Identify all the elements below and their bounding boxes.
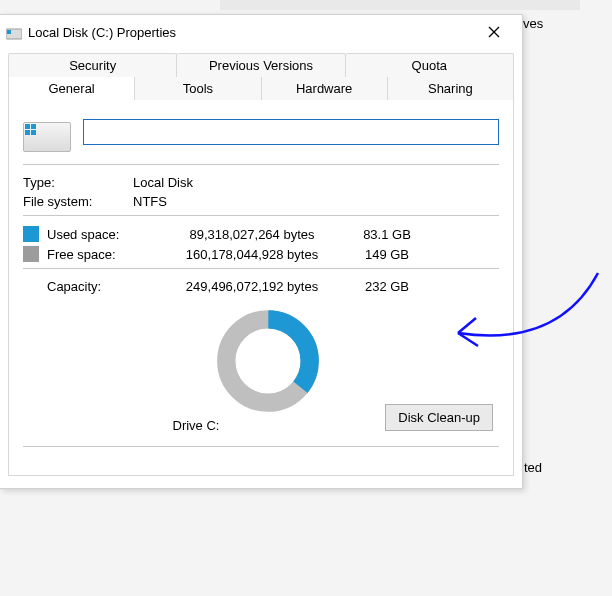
tab-strip: Security Previous Versions Quota General…	[8, 53, 514, 100]
titlebar[interactable]: Local Disk (C:) Properties	[0, 15, 522, 49]
close-icon	[488, 26, 500, 38]
background-text-fragment: ted	[524, 460, 542, 475]
background-text-fragment: ves	[523, 16, 543, 31]
svg-rect-6	[25, 130, 30, 135]
tab-hardware[interactable]: Hardware	[262, 77, 388, 100]
used-space-label: Used space:	[47, 227, 157, 242]
windows-badge-icon	[25, 124, 37, 136]
disk-cleanup-button[interactable]: Disk Clean-up	[385, 404, 493, 431]
disk-usage-donut-chart	[213, 306, 323, 416]
svg-rect-4	[25, 124, 30, 129]
drive-icon	[6, 24, 22, 40]
drive-label-input[interactable]	[83, 119, 499, 145]
free-space-bytes: 160,178,044,928 bytes	[157, 247, 347, 262]
capacity-gb: 232 GB	[347, 279, 427, 294]
drive-large-icon	[23, 114, 69, 150]
svg-rect-7	[31, 130, 36, 135]
svg-rect-1	[7, 30, 11, 34]
used-space-gb: 83.1 GB	[347, 227, 427, 242]
capacity-label: Capacity:	[47, 279, 157, 294]
tab-security[interactable]: Security	[8, 53, 177, 77]
tab-sharing[interactable]: Sharing	[388, 77, 514, 100]
filesystem-label: File system:	[23, 194, 133, 209]
capacity-bytes: 249,496,072,192 bytes	[157, 279, 347, 294]
close-button[interactable]	[474, 18, 514, 46]
separator	[23, 215, 499, 216]
window-title: Local Disk (C:) Properties	[28, 25, 474, 40]
tab-previous-versions[interactable]: Previous Versions	[177, 53, 345, 77]
type-label: Type:	[23, 175, 133, 190]
free-space-swatch	[23, 246, 39, 262]
properties-dialog: Local Disk (C:) Properties Security Prev…	[0, 14, 523, 489]
separator	[23, 164, 499, 165]
separator	[23, 446, 499, 447]
tab-tools[interactable]: Tools	[135, 77, 261, 100]
free-space-label: Free space:	[47, 247, 157, 262]
tab-panel-general: Type: Local Disk File system: NTFS Used …	[8, 100, 514, 476]
svg-rect-5	[31, 124, 36, 129]
tab-quota[interactable]: Quota	[346, 53, 514, 77]
type-value: Local Disk	[133, 175, 499, 190]
drive-letter-label: Drive C:	[23, 418, 369, 433]
free-space-gb: 149 GB	[347, 247, 427, 262]
filesystem-value: NTFS	[133, 194, 499, 209]
separator	[23, 268, 499, 269]
used-space-swatch	[23, 226, 39, 242]
tab-general[interactable]: General	[8, 77, 135, 100]
background-toolbar-fragment	[220, 0, 580, 10]
used-space-bytes: 89,318,027,264 bytes	[157, 227, 347, 242]
